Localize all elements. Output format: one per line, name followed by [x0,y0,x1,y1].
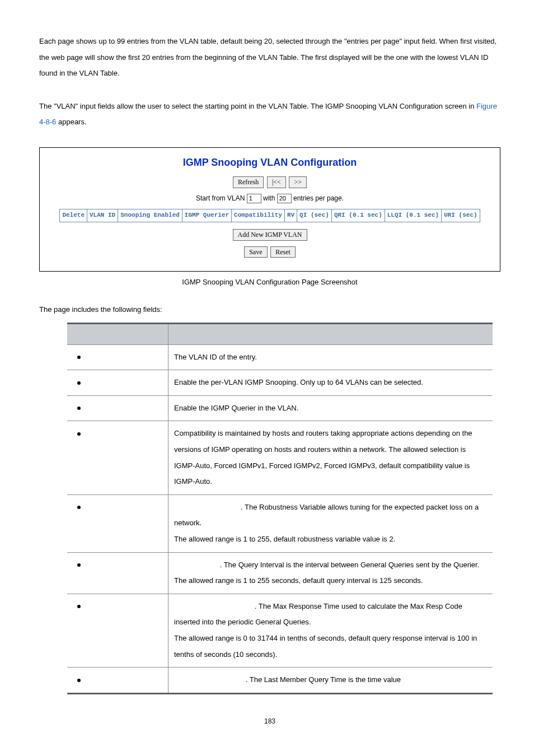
qri-text-b: The allowed range is 0 to 31744 in tenth… [174,634,477,659]
screenshot-box: IGMP Snooping VLAN Configuration Refresh… [39,147,500,272]
col-qi: QI (sec) [297,209,332,222]
col-snooping-enabled: Snooping Enabled [118,209,182,222]
desc-qri: Query Response Interval. The Max Respons… [168,594,493,667]
col-rv: RV [284,209,297,222]
rv-text-b: The allowed range is 1 to 255, default r… [174,535,395,543]
row-rv: Robustness Variable. The Robustness Vari… [67,494,493,552]
intro-paragraph-1: Each page shows up to 99 entries from th… [39,34,500,82]
col-qri: QRI (0.1 sec) [331,209,385,222]
row-igmp-querier: Enable the IGMP Querier in the VLAN. [67,395,493,421]
refresh-button[interactable]: Refresh [233,176,264,188]
screenshot-caption: IGMP Snooping VLAN Configuration Page Sc… [39,277,500,287]
row-compatibility: Compatibility is maintained by hosts and… [67,421,493,494]
bullet-icon [77,679,81,682]
bullet-icon [77,407,81,410]
col-llqi: LLQI (0.1 sec) [385,209,441,222]
screenshot-title: IGMP Snooping VLAN Configuration [40,156,500,170]
desc-compatibility: Compatibility is maintained by hosts and… [168,421,493,494]
entries-per-page-label: entries per page. [292,194,344,202]
rv-text-a: . The Robustness Variable allows tuning … [174,503,479,528]
col-compatibility: Compatibility [232,209,285,222]
col-vlan-id: VLAN ID [87,209,118,222]
save-reset-row: Save Reset [40,246,500,258]
bullet-icon [77,563,81,567]
with-label: with [261,194,277,202]
entries-per-page-input[interactable]: 20 [277,194,292,203]
col-uri: URI (sec) [442,209,480,222]
row-qri: Query Response Interval. The Max Respons… [67,594,493,667]
next-page-button[interactable]: >> [289,176,307,188]
desc-rv: Robustness Variable. The Robustness Vari… [168,494,493,552]
bullet-icon [77,605,81,608]
save-button[interactable]: Save [244,246,267,258]
desc-qi: Query Interval. The Query Interval is th… [168,552,493,594]
col-igmp-querier: IGMP Querier [182,209,231,222]
add-new-igmp-vlan-button[interactable]: Add New IGMP VLAN [233,229,307,241]
intro-p2b: appears. [56,118,86,126]
desc-llqi: LLQI (LMQI for IGMP). The Last Member Qu… [168,668,493,694]
bullet-icon [77,432,81,436]
fields-intro: The page includes the following fields: [39,305,500,315]
first-page-button[interactable]: |<< [267,176,286,188]
qri-text-a: . The Max Response Time used to calculat… [174,602,462,627]
intro-p2a: The "VLAN" input fields allow the user t… [39,102,476,110]
desc-vlan-id: The VLAN ID of the entry. [168,344,493,370]
nav-button-row: Refresh |<< >> [40,176,500,188]
fields-table: The VLAN ID of the entry. Enable the per… [67,323,493,694]
vlan-header-table: Delete VLAN ID Snooping Enabled IGMP Que… [59,209,480,222]
row-qi: Query Interval. The Query Interval is th… [67,552,493,594]
start-from-label: Start from VLAN [196,194,247,202]
bullet-icon [77,381,81,385]
page-number: 183 [39,717,500,726]
row-llqi: LLQI (LMQI for IGMP). The Last Member Qu… [67,668,493,694]
bullet-icon [77,506,81,509]
llqi-text-a: . The Last Member Query Time is the time… [246,675,401,684]
qi-text-b: The allowed range is 1 to 255 seconds, d… [174,576,423,585]
bullet-icon [77,356,81,359]
desc-igmp-querier: Enable the IGMP Querier in the VLAN. [168,395,493,421]
desc-snooping-enabled: Enable the per-VLAN IGMP Snooping. Only … [168,370,493,396]
start-vlan-input[interactable]: 1 [247,194,261,203]
intro-paragraph-2: The "VLAN" input fields allow the user t… [39,99,500,130]
row-snooping-enabled: Enable the per-VLAN IGMP Snooping. Only … [67,370,493,396]
qi-text-a: . The Query Interval is the interval bet… [220,561,480,569]
reset-button[interactable]: Reset [270,246,296,258]
add-button-row: Add New IGMP VLAN [40,229,500,241]
start-from-row: Start from VLAN 1 with 20 entries per pa… [40,194,500,203]
col-delete: Delete [60,209,87,222]
fields-header-desc [168,323,493,344]
fields-header-object [67,323,168,344]
row-vlan-id: The VLAN ID of the entry. [67,344,493,370]
